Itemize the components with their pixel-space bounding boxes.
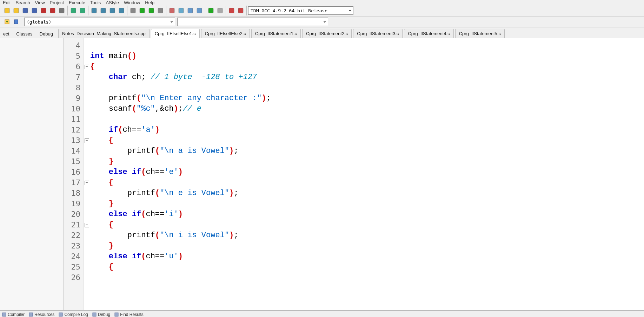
open-file-icon[interactable] [12,6,20,15]
bottom-tab-compile-log[interactable]: Compile Log [59,312,88,317]
line-number: 18 [64,188,83,199]
file-tab[interactable]: Cprg_IfStatement3.c [353,29,403,38]
line-number: 9 [64,93,83,104]
file-tab[interactable]: Cprg_IfElselfElse1.c [151,29,200,38]
toggle-icon[interactable] [12,18,20,26]
side-tab-classes[interactable]: Classes [14,30,35,38]
replace-icon[interactable] [99,6,107,15]
find-in-files-icon[interactable] [108,6,117,15]
save-icon[interactable] [21,6,29,15]
profile-icon[interactable] [237,6,245,15]
code-line[interactable]: printf("\n e is Vowel"); [90,188,644,199]
svg-rect-15 [149,8,154,13]
tab-icon [2,312,6,317]
code-line[interactable] [90,40,644,51]
fold-marker[interactable] [84,177,90,188]
side-tab-debug[interactable]: Debug [37,30,55,38]
svg-rect-20 [197,8,202,13]
svg-rect-26 [14,20,18,24]
svg-rect-14 [140,8,145,13]
goto-bookmark-icon[interactable] [195,6,204,15]
rebuild-all-icon[interactable] [156,6,165,15]
svg-rect-24 [238,8,243,13]
chart-icon[interactable] [227,6,236,15]
insert-icon[interactable] [3,18,11,26]
class-browser-panel[interactable] [0,38,64,310]
menu-astyle[interactable]: AStyle [106,0,119,5]
compiler-select[interactable]: TDM-GCC 4.9.2 64-bit Release [248,6,353,15]
menu-bar: EditSearchViewProjectExecuteToolsAStyleW… [0,0,644,5]
fold-marker [84,114,90,125]
fold-marker[interactable] [84,220,90,230]
toggle-bookmark-icon[interactable] [186,6,194,15]
code-line[interactable]: scanf("%c",&ch);// e [90,104,644,114]
scope-select-globals[interactable]: (globals) [24,18,175,26]
menu-execute[interactable]: Execute [69,0,85,5]
code-line[interactable]: if(ch=='a') [90,125,644,135]
tab-icon [59,312,63,317]
code-line[interactable]: } [90,241,644,251]
class-browser-icon[interactable] [177,6,185,15]
side-tab-ect[interactable]: ect [1,30,12,38]
side-panel-tabs: ectClassesDebug [1,27,58,38]
svg-rect-0 [5,8,9,13]
code-line[interactable]: else if(ch=='e') [90,167,644,177]
code-line[interactable]: else if(ch=='u') [90,251,644,262]
menu-view[interactable]: View [35,0,45,5]
fold-column[interactable] [84,38,90,310]
code-line[interactable]: printf("\n Enter any character :"); [90,93,644,104]
fold-marker [84,241,90,251]
save-all-icon[interactable] [30,6,39,15]
code-line[interactable]: { [90,220,644,230]
scope-select-symbol[interactable] [177,18,328,26]
file-tab[interactable]: Cprg_IfStatement1.c [251,29,301,38]
menu-edit[interactable]: Edit [3,0,11,5]
code-line[interactable]: printf("\n a is Vowel"); [90,146,644,156]
menu-search[interactable]: Search [15,0,30,5]
compile-icon[interactable] [129,6,137,15]
code-line[interactable]: { [90,262,644,272]
fold-marker [84,199,90,209]
code-line[interactable]: char ch; // 1 byte -128 to +127 [90,72,644,83]
file-tab[interactable]: Cprg_IfStatement4.c [404,29,453,38]
print-icon[interactable] [58,6,66,15]
file-tab[interactable]: Cprg_IfStatement5.c [455,29,505,38]
menu-tools[interactable]: Tools [90,0,101,5]
bottom-tab-debug[interactable]: Debug [92,312,110,317]
bottom-tab-find-results[interactable]: Find Results [114,312,144,317]
new-project-icon[interactable] [168,6,176,15]
close-icon[interactable] [39,6,48,15]
menu-window[interactable]: Window [124,0,140,5]
bottom-tab-compiler[interactable]: Compiler [2,312,25,317]
check-icon[interactable] [207,6,215,15]
find-icon[interactable] [90,6,98,15]
run-icon[interactable] [138,6,146,15]
redo-icon[interactable] [78,6,87,15]
code-editor[interactable]: int main(){ char ch; // 1 byte -128 to +… [90,38,644,310]
goto-line-icon[interactable] [117,6,126,15]
code-line[interactable]: printf("\n i is Vowel"); [90,230,644,241]
code-line[interactable]: { [90,135,644,146]
file-tab[interactable]: Notes_Decision_Making_Statements.cpp [58,29,150,38]
stop-icon[interactable] [216,6,224,15]
bottom-tab-resources[interactable]: Resources [29,312,54,317]
code-line[interactable] [90,83,644,93]
code-line[interactable]: int main() [90,51,644,62]
file-tab[interactable]: Cprg_IfStatement2.c [302,29,352,38]
undo-icon[interactable] [69,6,78,15]
fold-marker[interactable] [84,135,90,146]
file-tab[interactable]: Cprg_IfElselfElse2.c [201,29,250,38]
svg-rect-22 [218,8,223,13]
new-file-icon[interactable] [3,6,11,15]
code-line[interactable]: { [90,62,644,72]
code-line[interactable]: else if(ch=='i') [90,209,644,220]
compile-run-icon[interactable] [147,6,155,15]
close-all-icon[interactable] [48,6,57,15]
code-line[interactable]: } [90,199,644,209]
code-line[interactable] [90,114,644,125]
code-line[interactable]: { [90,177,644,188]
menu-project[interactable]: Project [50,0,64,5]
menu-help[interactable]: Help [145,0,154,5]
code-line[interactable]: } [90,156,644,167]
fold-marker[interactable] [84,62,90,72]
